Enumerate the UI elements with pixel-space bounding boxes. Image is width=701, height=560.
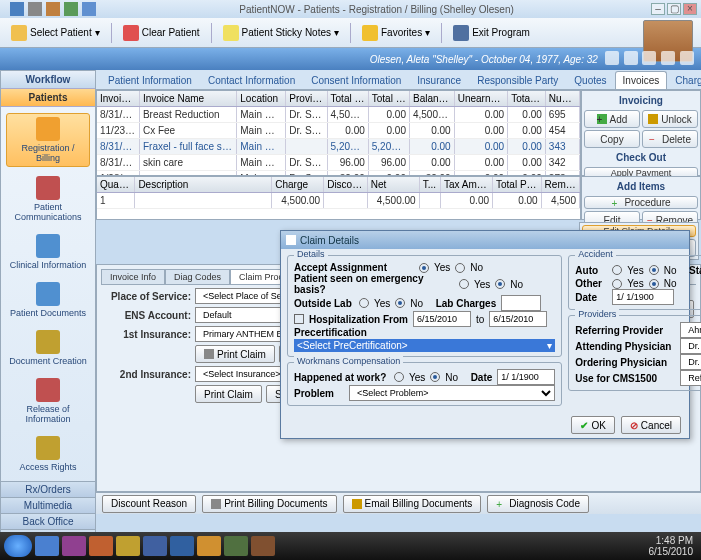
flag-icon[interactable] — [624, 51, 638, 65]
precert-select[interactable]: <Select PreCertification>▾ — [294, 339, 555, 352]
invoice-delete-button[interactable]: −Delete — [642, 130, 698, 148]
col-header[interactable]: Number — [546, 91, 580, 106]
table-row[interactable]: 11/23/2009Cx FeeMain OfficeDr. Smith0.00… — [97, 123, 580, 139]
qat-save-icon[interactable] — [10, 2, 24, 16]
subtab-invoice-info[interactable]: Invoice Info — [101, 269, 165, 284]
table-row[interactable]: 8/31/2009Fraxel - full face seriewsMain … — [97, 139, 580, 155]
close-button[interactable]: × — [683, 3, 697, 15]
taskbar-app-7[interactable] — [197, 536, 221, 556]
print-claim-button-2[interactable]: Print Claim — [195, 385, 262, 403]
problem-select[interactable]: <Select Problem> — [349, 385, 555, 401]
hosp-checkbox[interactable] — [294, 314, 304, 324]
ref-prov-select[interactable]: Ahmed Ashraf — [680, 322, 701, 338]
copy-button[interactable]: Copy — [584, 130, 640, 148]
sidebar-item-clinical-information[interactable]: Clinical Information — [6, 231, 90, 273]
procedure-button[interactable]: +Procedure — [584, 196, 698, 209]
tab-consent-information[interactable]: Consent Information — [303, 71, 409, 89]
col-header[interactable]: Total Paid — [493, 177, 542, 192]
discount-reason-button[interactable]: Discount Reason — [102, 495, 196, 513]
table-row[interactable]: 1/28/2009Main OfficeDr. Smith32.000.0032… — [97, 171, 580, 175]
clear-patient-button[interactable]: Clear Patient — [116, 21, 207, 45]
taskbar-app-6[interactable] — [170, 536, 194, 556]
section-back-office[interactable]: Back Office — [1, 513, 95, 529]
cms-select[interactable]: Referring Provider — [680, 370, 701, 386]
taskbar-app-5[interactable] — [143, 536, 167, 556]
hosp-from-input[interactable] — [413, 311, 471, 327]
col-header[interactable]: Remain — [542, 177, 580, 192]
chat-icon[interactable] — [642, 51, 656, 65]
col-header[interactable]: Description — [135, 177, 272, 192]
accept-yes-radio[interactable] — [419, 263, 429, 273]
auto-yes-radio[interactable] — [612, 265, 622, 275]
col-header[interactable]: Total Tax — [508, 91, 546, 106]
start-button[interactable] — [4, 535, 32, 557]
other-yes-radio[interactable] — [612, 279, 622, 289]
table-row[interactable]: 8/31/2009skin careMain OfficeDr. Smith96… — [97, 155, 580, 171]
tab-invoices[interactable]: Invoices — [615, 71, 668, 89]
col-header[interactable]: Provider — [286, 91, 327, 106]
col-header[interactable]: Invoice ... — [97, 91, 140, 106]
maximize-button[interactable]: ▢ — [667, 3, 681, 15]
tab-patient-information[interactable]: Patient Information — [100, 71, 200, 89]
col-header[interactable]: Balance Due — [410, 91, 455, 106]
table-row[interactable]: 8/31/2009Breast ReductionMain OfficeDr. … — [97, 107, 580, 123]
sidebar-item-release-of-information[interactable]: Release of Information — [6, 375, 90, 427]
qat-info-icon[interactable] — [82, 2, 96, 16]
unlock-button[interactable]: Unlock — [642, 110, 698, 128]
diagnosis-code-button[interactable]: +Diagnosis Code — [487, 495, 589, 513]
tab-quotes[interactable]: Quotes — [566, 71, 614, 89]
section-rx-orders[interactable]: Rx/Orders — [1, 481, 95, 497]
add-button[interactable]: +Add — [584, 110, 640, 128]
emerg-yes-radio[interactable] — [459, 279, 469, 289]
taskbar-app-4[interactable] — [116, 536, 140, 556]
sidebar-item-registration-billing[interactable]: Registration / Billing — [6, 113, 90, 167]
taskbar-app-9[interactable] — [251, 536, 275, 556]
subtab-diag-codes[interactable]: Diag Codes — [165, 269, 230, 284]
col-header[interactable]: T... — [420, 177, 441, 192]
qat-pencil-icon[interactable] — [46, 2, 60, 16]
col-header[interactable]: Location — [237, 91, 286, 106]
col-header[interactable]: Net — [368, 177, 420, 192]
system-tray[interactable]: 1:48 PM6/15/2010 — [649, 535, 698, 557]
lab-yes-radio[interactable] — [359, 298, 369, 308]
tab-responsible-party[interactable]: Responsible Party — [469, 71, 566, 89]
sticky-notes-button[interactable]: Patient Sticky Notes▾ — [216, 21, 346, 45]
hosp-to-input[interactable] — [489, 311, 547, 327]
lab-no-radio[interactable] — [395, 298, 405, 308]
taskbar-app-3[interactable] — [89, 536, 113, 556]
taskbar-app-8[interactable] — [224, 536, 248, 556]
ord-phys-select[interactable]: Dr. Smith — [680, 354, 701, 370]
ok-button[interactable]: ✔OK — [571, 416, 614, 434]
section-workflow[interactable]: Workflow — [1, 71, 95, 89]
accept-no-radio[interactable] — [455, 263, 465, 273]
minimize-button[interactable]: – — [651, 3, 665, 15]
favorites-button[interactable]: Favorites▾ — [355, 21, 437, 45]
tab-charge-capture[interactable]: Charge Capture — [667, 71, 701, 89]
wc-no-radio[interactable] — [430, 372, 440, 382]
section-multimedia[interactable]: Multimedia — [1, 497, 95, 513]
col-header[interactable]: Discount — [324, 177, 367, 192]
lab-charges-input[interactable] — [501, 295, 541, 311]
section-patients[interactable]: Patients — [1, 89, 95, 107]
sidebar-item-access-rights[interactable]: Access Rights — [6, 433, 90, 475]
tab-insurance[interactable]: Insurance — [409, 71, 469, 89]
cancel-button[interactable]: ⊘Cancel — [621, 416, 681, 434]
emerg-no-radio[interactable] — [495, 279, 505, 289]
auto-no-radio[interactable] — [649, 265, 659, 275]
tab-contact-information[interactable]: Contact Information — [200, 71, 303, 89]
col-header[interactable]: Quantity — [97, 177, 135, 192]
att-phys-select[interactable]: Dr. Smith — [680, 338, 701, 354]
wc-yes-radio[interactable] — [394, 372, 404, 382]
col-header[interactable]: Unearned Income — [455, 91, 508, 106]
print-claim-button[interactable]: Print Claim — [195, 345, 275, 363]
sidebar-item-patient-documents[interactable]: Patient Documents — [6, 279, 90, 321]
qat-refresh-icon[interactable] — [64, 2, 78, 16]
gender-icon[interactable] — [605, 51, 619, 65]
email-billing-docs-button[interactable]: Email Billing Documents — [343, 495, 482, 513]
taskbar-app-2[interactable] — [62, 536, 86, 556]
col-header[interactable]: Total Cost — [328, 91, 369, 106]
acc-date-input[interactable] — [612, 289, 674, 305]
sidebar-item-patient-communications[interactable]: Patient Communications — [6, 173, 90, 225]
print-billing-docs-button[interactable]: Print Billing Documents — [202, 495, 336, 513]
qat-undo-icon[interactable] — [28, 2, 42, 16]
